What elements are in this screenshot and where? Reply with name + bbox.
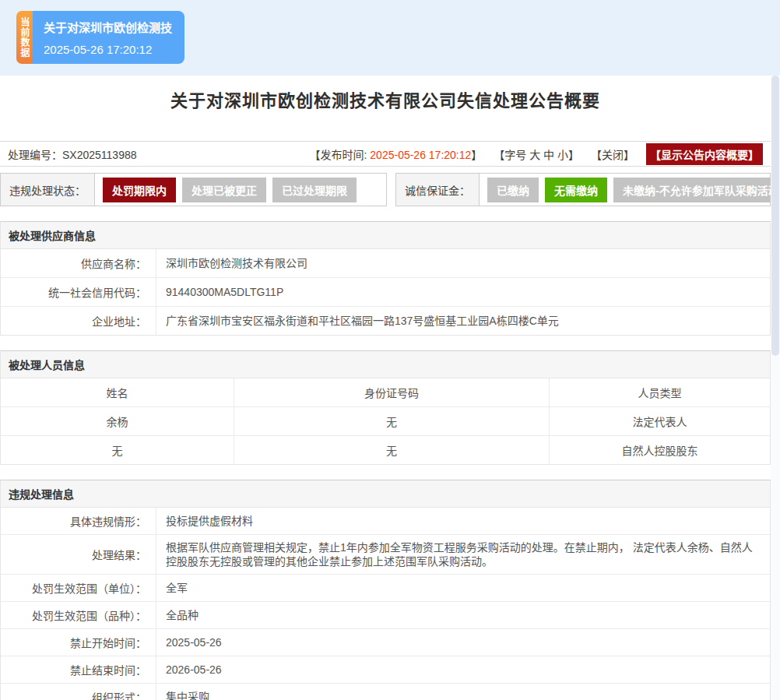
row-label: 处理结果： (1, 535, 156, 574)
scrollbar-track[interactable] (771, 76, 780, 700)
column-header-person-type: 人员类型 (550, 378, 770, 406)
row-value: 91440300MA5DLTG11P (156, 278, 770, 306)
table-row: 处罚生效范围（单位）： 全军 (1, 575, 770, 602)
info-bar-controls: 【发布时间: 2025-05-26 17:20:12】 【字号 大 中 小】 【… (310, 143, 763, 165)
deposit-status-options: 已缴纳 无需缴纳 未缴纳-不允许参加军队采购活动 (480, 174, 780, 206)
table-row: 禁止结束时间： 2026-05-26 (1, 656, 770, 684)
row-label: 企业地址： (1, 307, 156, 335)
table-row: 处理结果： 根据军队供应商管理相关规定，禁止1年内参加全军物资工程服务采购活动的… (1, 535, 770, 575)
table-row: 禁止开始时间： 2025-05-26 (1, 629, 770, 656)
column-header-id-number: 身份证号码 (234, 378, 550, 406)
current-data-card[interactable]: 当前数据 关于对深圳市欧创检测技 2025-05-26 17:20:12 (16, 11, 184, 64)
table-row: 统一社会信用代码： 91440300MA5DLTG11P (1, 278, 770, 307)
info-bar: 处理编号：SX2025113988 【发布时间: 2025-05-26 17:2… (0, 141, 771, 167)
row-value: 全军 (156, 575, 770, 601)
row-value: 深圳市欧创检测技术有限公司 (156, 249, 770, 277)
process-number-label: 处理编号： (8, 149, 62, 161)
status-option-in-penalty-period[interactable]: 处罚期限内 (103, 178, 176, 202)
announcement-card-title: 关于对深圳市欧创检测技 (44, 19, 172, 35)
cell-id-number: 无 (234, 407, 550, 435)
process-number: 处理编号：SX2025113988 (8, 146, 137, 162)
row-label: 统一社会信用代码： (1, 278, 156, 306)
table-row: 组织形式： 集中采购 (1, 684, 770, 700)
table-row: 企业地址： 广东省深圳市宝安区福永街道和平社区福园一路137号盛恒基工业园A栋四… (1, 307, 770, 335)
status-option-expired[interactable]: 已过处理期限 (272, 178, 357, 202)
process-number-value: SX2025113988 (62, 149, 137, 161)
row-label: 具体违规情形： (1, 508, 156, 534)
table-row: 余杨 无 法定代表人 (1, 407, 770, 436)
section-violation-header: 违规处理信息 (1, 480, 770, 508)
deposit-status-label: 诚信保证金： (396, 174, 480, 206)
show-summary-button[interactable]: 【显示公告内容概要】 (646, 143, 763, 165)
page-title: 关于对深圳市欧创检测技术有限公司失信处理公告概要 (0, 86, 771, 111)
publish-time-value: 2025-05-26 17:20:12 (370, 149, 471, 161)
section-supplier-header: 被处理供应商信息 (1, 222, 770, 249)
cell-name: 余杨 (1, 407, 234, 435)
current-data-card-body: 关于对深圳市欧创检测技 2025-05-26 17:20:12 (33, 11, 184, 64)
row-value: 广东省深圳市宝安区福永街道和平社区福园一路137号盛恒基工业园A栋四楼C单元 (156, 307, 770, 335)
table-row: 供应商名称： 深圳市欧创检测技术有限公司 (1, 249, 770, 278)
row-value: 根据军队供应商管理相关规定，禁止1年内参加全军物资工程服务采购活动的处理。在禁止… (156, 535, 770, 574)
top-band: 当前数据 关于对深圳市欧创检测技 2025-05-26 17:20:12 (0, 0, 780, 76)
cell-person-type: 自然人控股股东 (550, 436, 770, 464)
section-personnel-info: 被处理人员信息 姓名 身份证号码 人员类型 余杨 无 法定代表人 无 无 自然人… (0, 350, 771, 465)
cell-id-number: 无 (234, 436, 550, 464)
table-row: 具体违规情形： 投标提供虚假材料 (1, 508, 770, 535)
close-link[interactable]: 【关闭】 (591, 146, 634, 162)
row-label: 供应商名称： (1, 249, 156, 277)
column-header-name: 姓名 (1, 378, 234, 406)
personnel-header-row: 姓名 身份证号码 人员类型 (1, 378, 770, 407)
row-value: 2026-05-26 (156, 656, 770, 683)
font-size-control[interactable]: 【字号 大 中 小】 (494, 146, 579, 162)
deposit-status-box: 诚信保证金： 已缴纳 无需缴纳 未缴纳-不允许参加军队采购活动 (395, 173, 771, 206)
table-row: 无 无 自然人控股股东 (1, 436, 770, 464)
violation-status-box: 违规处理状态： 处罚期限内 处理已被更正 已过处理期限 (0, 173, 387, 206)
row-value: 2025-05-26 (156, 629, 770, 656)
row-label: 处罚生效范围（单位）： (1, 575, 156, 601)
current-data-tag: 当前数据 (16, 11, 33, 64)
row-value: 全品种 (156, 602, 770, 628)
main-content: 关于对深圳市欧创检测技术有限公司失信处理公告概要 处理编号：SX20251139… (0, 86, 771, 700)
deposit-option-unpaid[interactable]: 未缴纳-不允许参加军队采购活动 (613, 178, 780, 202)
deposit-option-paid[interactable]: 已缴纳 (487, 178, 539, 202)
section-supplier-info: 被处理供应商信息 供应商名称： 深圳市欧创检测技术有限公司 统一社会信用代码： … (0, 221, 771, 336)
announcement-card-time: 2025-05-26 17:20:12 (44, 43, 172, 56)
scrollbar-thumb[interactable] (771, 76, 779, 356)
row-label: 组织形式： (1, 684, 156, 700)
cell-name: 无 (1, 436, 234, 464)
cell-person-type: 法定代表人 (550, 407, 770, 435)
violation-status-label: 违规处理状态： (1, 174, 95, 206)
section-violation-info: 违规处理信息 具体违规情形： 投标提供虚假材料 处理结果： 根据军队供应商管理相… (0, 480, 771, 700)
row-label: 处罚生效范围（品种）： (1, 602, 156, 628)
deposit-option-not-required[interactable]: 无需缴纳 (545, 178, 607, 202)
status-option-corrected[interactable]: 处理已被更正 (182, 178, 266, 202)
row-value: 集中采购 (156, 684, 770, 700)
row-label: 禁止结束时间： (1, 656, 156, 683)
table-row: 处罚生效范围（品种）： 全品种 (1, 602, 770, 629)
row-label: 禁止开始时间： (1, 629, 156, 656)
violation-status-options: 处罚期限内 处理已被更正 已过处理期限 (95, 174, 364, 206)
section-personnel-header: 被处理人员信息 (1, 351, 770, 378)
status-row: 违规处理状态： 处罚期限内 处理已被更正 已过处理期限 诚信保证金： 已缴纳 无… (0, 173, 771, 206)
publish-time: 【发布时间: 2025-05-26 17:20:12】 (310, 146, 483, 162)
row-value: 投标提供虚假材料 (156, 508, 770, 534)
